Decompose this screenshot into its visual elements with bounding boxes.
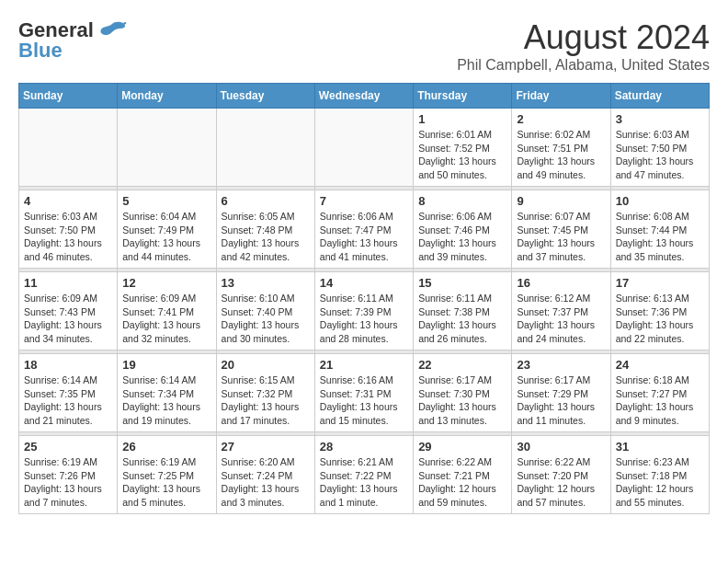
- day-detail: Sunrise: 6:22 AM Sunset: 7:20 PM Dayligh…: [517, 455, 605, 510]
- day-number: 5: [122, 194, 210, 208]
- calendar-day-cell: 18Sunrise: 6:14 AM Sunset: 7:35 PM Dayli…: [19, 354, 118, 432]
- day-of-week-header: Friday: [512, 84, 610, 109]
- calendar-day-cell: [19, 109, 118, 187]
- day-of-week-header: Saturday: [610, 84, 709, 109]
- calendar-day-cell: 5Sunrise: 6:04 AM Sunset: 7:49 PM Daylig…: [118, 190, 216, 269]
- calendar-day-cell: 12Sunrise: 6:09 AM Sunset: 7:41 PM Dayli…: [118, 272, 216, 350]
- day-detail: Sunrise: 6:01 AM Sunset: 7:52 PM Dayligh…: [418, 128, 506, 182]
- calendar-day-cell: 7Sunrise: 6:06 AM Sunset: 7:47 PM Daylig…: [314, 190, 413, 269]
- day-detail: Sunrise: 6:12 AM Sunset: 7:37 PM Dayligh…: [517, 292, 605, 346]
- calendar-week-row: 1Sunrise: 6:01 AM Sunset: 7:52 PM Daylig…: [19, 109, 710, 187]
- day-detail: Sunrise: 6:08 AM Sunset: 7:44 PM Dayligh…: [616, 210, 704, 264]
- day-detail: Sunrise: 6:19 AM Sunset: 7:26 PM Dayligh…: [24, 455, 112, 510]
- calendar-day-cell: 16Sunrise: 6:12 AM Sunset: 7:37 PM Dayli…: [512, 272, 610, 350]
- day-number: 9: [517, 194, 605, 208]
- day-detail: Sunrise: 6:18 AM Sunset: 7:27 PM Dayligh…: [616, 373, 704, 428]
- calendar-day-cell: 8Sunrise: 6:06 AM Sunset: 7:46 PM Daylig…: [414, 190, 512, 269]
- day-number: 2: [517, 112, 605, 126]
- logo: General Blue: [18, 18, 127, 63]
- day-number: 1: [418, 112, 506, 126]
- day-number: 27: [222, 440, 310, 454]
- calendar-day-cell: 26Sunrise: 6:19 AM Sunset: 7:25 PM Dayli…: [118, 436, 216, 514]
- day-detail: Sunrise: 6:13 AM Sunset: 7:36 PM Dayligh…: [616, 292, 704, 346]
- calendar-day-cell: [216, 109, 314, 187]
- calendar-day-cell: 25Sunrise: 6:19 AM Sunset: 7:26 PM Dayli…: [19, 436, 118, 514]
- calendar-day-cell: [314, 109, 413, 187]
- calendar-day-cell: 13Sunrise: 6:10 AM Sunset: 7:40 PM Dayli…: [216, 272, 314, 350]
- page-title: August 2024: [457, 18, 710, 57]
- day-detail: Sunrise: 6:10 AM Sunset: 7:40 PM Dayligh…: [222, 292, 310, 346]
- day-detail: Sunrise: 6:17 AM Sunset: 7:30 PM Dayligh…: [418, 373, 506, 428]
- calendar-day-cell: 30Sunrise: 6:22 AM Sunset: 7:20 PM Dayli…: [512, 436, 610, 514]
- logo-bird-icon: [97, 20, 127, 40]
- calendar-week-row: 4Sunrise: 6:03 AM Sunset: 7:50 PM Daylig…: [19, 190, 710, 269]
- page-header: General Blue August 2024 Phil Campbell, …: [18, 18, 710, 74]
- day-detail: Sunrise: 6:17 AM Sunset: 7:29 PM Dayligh…: [517, 373, 605, 428]
- day-of-week-header: Sunday: [19, 84, 118, 109]
- calendar-day-cell: 4Sunrise: 6:03 AM Sunset: 7:50 PM Daylig…: [19, 190, 118, 269]
- calendar-day-cell: 19Sunrise: 6:14 AM Sunset: 7:34 PM Dayli…: [118, 354, 216, 432]
- day-detail: Sunrise: 6:14 AM Sunset: 7:35 PM Dayligh…: [24, 373, 112, 428]
- day-detail: Sunrise: 6:02 AM Sunset: 7:51 PM Dayligh…: [517, 128, 605, 182]
- day-detail: Sunrise: 6:09 AM Sunset: 7:41 PM Dayligh…: [122, 292, 210, 346]
- calendar-day-cell: 6Sunrise: 6:05 AM Sunset: 7:48 PM Daylig…: [216, 190, 314, 269]
- day-of-week-header: Thursday: [414, 84, 512, 109]
- calendar-table: SundayMondayTuesdayWednesdayThursdayFrid…: [18, 83, 710, 514]
- day-number: 8: [418, 194, 506, 208]
- day-detail: Sunrise: 6:15 AM Sunset: 7:32 PM Dayligh…: [222, 373, 310, 428]
- calendar-day-cell: 23Sunrise: 6:17 AM Sunset: 7:29 PM Dayli…: [512, 354, 610, 432]
- day-detail: Sunrise: 6:04 AM Sunset: 7:49 PM Dayligh…: [122, 210, 210, 264]
- day-detail: Sunrise: 6:19 AM Sunset: 7:25 PM Dayligh…: [122, 455, 210, 510]
- day-detail: Sunrise: 6:23 AM Sunset: 7:18 PM Dayligh…: [616, 455, 704, 510]
- day-number: 28: [320, 440, 408, 454]
- day-number: 26: [122, 440, 210, 454]
- day-number: 29: [418, 440, 506, 454]
- day-number: 4: [24, 194, 112, 208]
- page-subtitle: Phil Campbell, Alabama, United States: [457, 57, 710, 74]
- day-number: 13: [222, 276, 310, 290]
- calendar-day-cell: 3Sunrise: 6:03 AM Sunset: 7:50 PM Daylig…: [610, 109, 709, 187]
- calendar-day-cell: 31Sunrise: 6:23 AM Sunset: 7:18 PM Dayli…: [610, 436, 709, 514]
- calendar-week-row: 18Sunrise: 6:14 AM Sunset: 7:35 PM Dayli…: [19, 354, 710, 432]
- day-number: 21: [320, 358, 408, 372]
- day-detail: Sunrise: 6:09 AM Sunset: 7:43 PM Dayligh…: [24, 292, 112, 346]
- day-number: 23: [517, 358, 605, 372]
- calendar-day-cell: 20Sunrise: 6:15 AM Sunset: 7:32 PM Dayli…: [216, 354, 314, 432]
- day-number: 15: [418, 276, 506, 290]
- day-detail: Sunrise: 6:05 AM Sunset: 7:48 PM Dayligh…: [222, 210, 310, 264]
- calendar-day-cell: 10Sunrise: 6:08 AM Sunset: 7:44 PM Dayli…: [610, 190, 709, 269]
- day-of-week-header: Tuesday: [216, 84, 314, 109]
- calendar-day-cell: 2Sunrise: 6:02 AM Sunset: 7:51 PM Daylig…: [512, 109, 610, 187]
- day-detail: Sunrise: 6:07 AM Sunset: 7:45 PM Dayligh…: [517, 210, 605, 264]
- calendar-day-cell: 29Sunrise: 6:22 AM Sunset: 7:21 PM Dayli…: [414, 436, 512, 514]
- day-number: 24: [616, 358, 704, 372]
- calendar-day-cell: 27Sunrise: 6:20 AM Sunset: 7:24 PM Dayli…: [216, 436, 314, 514]
- day-number: 7: [320, 194, 408, 208]
- calendar-day-cell: 28Sunrise: 6:21 AM Sunset: 7:22 PM Dayli…: [314, 436, 413, 514]
- day-detail: Sunrise: 6:03 AM Sunset: 7:50 PM Dayligh…: [616, 128, 704, 182]
- day-detail: Sunrise: 6:11 AM Sunset: 7:38 PM Dayligh…: [418, 292, 506, 346]
- day-number: 20: [222, 358, 310, 372]
- day-number: 3: [616, 112, 704, 126]
- calendar-week-row: 25Sunrise: 6:19 AM Sunset: 7:26 PM Dayli…: [19, 436, 710, 514]
- calendar-header-row: SundayMondayTuesdayWednesdayThursdayFrid…: [19, 84, 710, 109]
- calendar-day-cell: 21Sunrise: 6:16 AM Sunset: 7:31 PM Dayli…: [314, 354, 413, 432]
- day-detail: Sunrise: 6:06 AM Sunset: 7:47 PM Dayligh…: [320, 210, 408, 264]
- day-detail: Sunrise: 6:14 AM Sunset: 7:34 PM Dayligh…: [122, 373, 210, 428]
- calendar-day-cell: 17Sunrise: 6:13 AM Sunset: 7:36 PM Dayli…: [610, 272, 709, 350]
- day-number: 25: [24, 440, 112, 454]
- day-detail: Sunrise: 6:06 AM Sunset: 7:46 PM Dayligh…: [418, 210, 506, 264]
- day-number: 19: [122, 358, 210, 372]
- day-detail: Sunrise: 6:03 AM Sunset: 7:50 PM Dayligh…: [24, 210, 112, 264]
- day-number: 12: [122, 276, 210, 290]
- day-detail: Sunrise: 6:20 AM Sunset: 7:24 PM Dayligh…: [222, 455, 310, 510]
- calendar-day-cell: [118, 109, 216, 187]
- day-number: 6: [222, 194, 310, 208]
- calendar-day-cell: 9Sunrise: 6:07 AM Sunset: 7:45 PM Daylig…: [512, 190, 610, 269]
- calendar-week-row: 11Sunrise: 6:09 AM Sunset: 7:43 PM Dayli…: [19, 272, 710, 350]
- day-number: 14: [320, 276, 408, 290]
- calendar-day-cell: 22Sunrise: 6:17 AM Sunset: 7:30 PM Dayli…: [414, 354, 512, 432]
- calendar-day-cell: 24Sunrise: 6:18 AM Sunset: 7:27 PM Dayli…: [610, 354, 709, 432]
- day-number: 16: [517, 276, 605, 290]
- day-detail: Sunrise: 6:11 AM Sunset: 7:39 PM Dayligh…: [320, 292, 408, 346]
